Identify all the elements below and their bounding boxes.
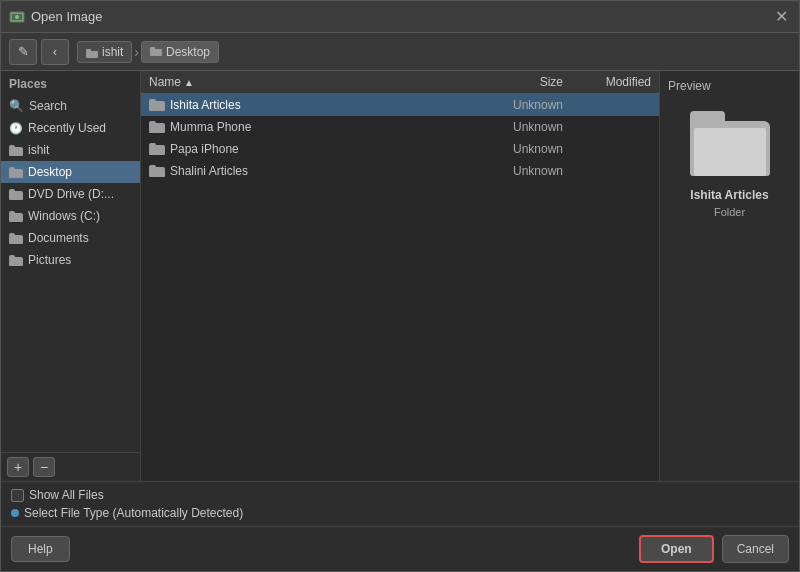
- breadcrumb-desktop[interactable]: Desktop: [141, 41, 219, 63]
- file-list-header: Name ▲ Size Modified: [141, 71, 659, 94]
- sidebar-buttons: + −: [1, 452, 140, 481]
- sidebar-item-search[interactable]: 🔍 Search: [1, 95, 140, 117]
- main-content: Places 🔍 Search 🕐 Recently Used ishit De…: [1, 71, 799, 481]
- sidebar-item-pictures[interactable]: Pictures: [1, 249, 140, 271]
- folder-front: [694, 128, 766, 176]
- breadcrumb-ishit[interactable]: ishit: [77, 41, 132, 63]
- svg-point-2: [15, 15, 19, 19]
- column-size-label: Size: [540, 75, 563, 89]
- folder-icon-row4: [149, 165, 165, 177]
- help-button[interactable]: Help: [11, 536, 70, 562]
- sort-arrow-icon: ▲: [184, 77, 194, 88]
- sidebar-item-recently-used[interactable]: 🕐 Recently Used: [1, 117, 140, 139]
- breadcrumb: ishit › Desktop: [77, 41, 219, 63]
- svg-rect-4: [86, 49, 91, 53]
- file-size-2: Unknown: [511, 120, 571, 134]
- file-row-name: Shalini Articles: [149, 164, 511, 178]
- open-image-dialog: Open Image ✕ ✎ ‹ ishit › Desktop: [0, 0, 800, 572]
- sidebar-documents-label: Documents: [28, 231, 89, 245]
- sidebar-item-dvd[interactable]: DVD Drive (D:...: [1, 183, 140, 205]
- file-row-name: Ishita Articles: [149, 98, 511, 112]
- sidebar-search-label: Search: [29, 99, 67, 113]
- sidebar-recently-used-label: Recently Used: [28, 121, 106, 135]
- bottom-area: Show All Files Select File Type (Automat…: [1, 481, 799, 526]
- open-button[interactable]: Open: [639, 535, 714, 563]
- file-name-2: Mumma Phone: [170, 120, 251, 134]
- folder-icon-pictures: [9, 255, 23, 266]
- preview-folder-icon: [690, 111, 770, 176]
- select-file-type-row: Select File Type (Automatically Detected…: [11, 506, 789, 520]
- breadcrumb-ishit-label: ishit: [102, 45, 123, 59]
- svg-rect-6: [150, 47, 155, 51]
- sidebar-spacer: [1, 271, 140, 452]
- folder-icon-small: [86, 47, 98, 56]
- edit-location-button[interactable]: ✎: [9, 39, 37, 65]
- close-button[interactable]: ✕: [771, 7, 791, 27]
- titlebar: Open Image ✕: [1, 1, 799, 33]
- breadcrumb-separator: ›: [134, 44, 139, 60]
- back-button[interactable]: ‹: [41, 39, 69, 65]
- search-icon: 🔍: [9, 99, 24, 113]
- sidebar-desktop-label: Desktop: [28, 165, 72, 179]
- show-all-files-row: Show All Files: [11, 488, 789, 502]
- toolbar: ✎ ‹ ishit › Desktop: [1, 33, 799, 71]
- add-bookmark-button[interactable]: +: [7, 457, 29, 477]
- column-modified-label: Modified: [606, 75, 651, 89]
- folder-icon-row3: [149, 143, 165, 155]
- back-icon: ‹: [53, 44, 57, 59]
- column-size-header[interactable]: Size: [511, 75, 571, 89]
- preview-header: Preview: [668, 79, 711, 93]
- folder-icon-small-2: [150, 45, 162, 59]
- column-name-label: Name: [149, 75, 181, 89]
- sidebar-ishit-label: ishit: [28, 143, 49, 157]
- remove-bookmark-button[interactable]: −: [33, 457, 55, 477]
- sidebar-pictures-label: Pictures: [28, 253, 71, 267]
- column-modified-header[interactable]: Modified: [571, 75, 651, 89]
- table-row[interactable]: Papa iPhone Unknown: [141, 138, 659, 160]
- sidebar: Places 🔍 Search 🕐 Recently Used ishit De…: [1, 71, 141, 481]
- sidebar-windows-label: Windows (C:): [28, 209, 100, 223]
- folder-icon-documents: [9, 233, 23, 244]
- file-name-4: Shalini Articles: [170, 164, 248, 178]
- file-row-name: Mumma Phone: [149, 120, 511, 134]
- sidebar-item-ishit[interactable]: ishit: [1, 139, 140, 161]
- select-file-type-label: Select File Type (Automatically Detected…: [24, 506, 243, 520]
- show-all-files-label: Show All Files: [29, 488, 104, 502]
- show-all-files-checkbox-container[interactable]: Show All Files: [11, 488, 104, 502]
- file-row-name: Papa iPhone: [149, 142, 511, 156]
- breadcrumb-desktop-label: Desktop: [166, 45, 210, 59]
- folder-icon-desktop: [9, 167, 23, 178]
- file-area: Name ▲ Size Modified Ishita Articles: [141, 71, 659, 481]
- folder-icon-row2: [149, 121, 165, 133]
- file-size-4: Unknown: [511, 164, 571, 178]
- cancel-button[interactable]: Cancel: [722, 535, 789, 563]
- sidebar-item-windows-c[interactable]: Windows (C:): [1, 205, 140, 227]
- sidebar-dvd-label: DVD Drive (D:...: [28, 187, 114, 201]
- show-all-files-checkbox[interactable]: [11, 489, 24, 502]
- file-size-3: Unknown: [511, 142, 571, 156]
- titlebar-icon: [9, 9, 25, 25]
- preview-filetype: Folder: [714, 206, 745, 218]
- file-list: Ishita Articles Unknown Mumma Phone Unkn…: [141, 94, 659, 481]
- folder-icon-windows: [9, 211, 23, 222]
- table-row[interactable]: Shalini Articles Unknown: [141, 160, 659, 182]
- file-name-3: Papa iPhone: [170, 142, 239, 156]
- action-buttons: Open Cancel: [639, 535, 789, 563]
- table-row[interactable]: Mumma Phone Unknown: [141, 116, 659, 138]
- sidebar-item-desktop[interactable]: Desktop: [1, 161, 140, 183]
- button-row: Help Open Cancel: [1, 526, 799, 571]
- folder-icon-ishit: [9, 145, 23, 156]
- sidebar-header: Places: [1, 71, 140, 95]
- file-size-1: Unknown: [511, 98, 571, 112]
- table-row[interactable]: Ishita Articles Unknown: [141, 94, 659, 116]
- dialog-title: Open Image: [31, 9, 771, 24]
- edit-icon: ✎: [18, 44, 29, 59]
- file-name-1: Ishita Articles: [170, 98, 241, 112]
- clock-icon: 🕐: [9, 122, 23, 135]
- folder-icon-row1: [149, 99, 165, 111]
- column-name-header[interactable]: Name ▲: [149, 75, 511, 89]
- preview-pane: Preview Ishita Articles Folder: [659, 71, 799, 481]
- sidebar-item-documents[interactable]: Documents: [1, 227, 140, 249]
- file-type-dot-icon: [11, 509, 19, 517]
- preview-filename: Ishita Articles: [690, 188, 768, 202]
